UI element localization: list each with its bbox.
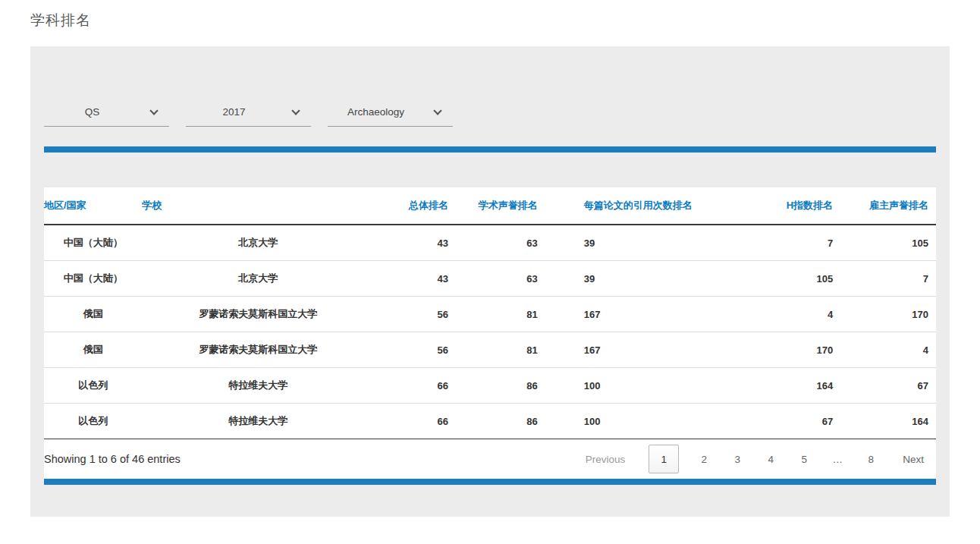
- column-header[interactable]: 学术声誉排名: [454, 187, 570, 225]
- table-cell: 63: [454, 225, 570, 261]
- table-cell: 特拉维夫大学: [142, 368, 374, 404]
- table-cell: 81: [454, 297, 570, 332]
- table-cell: 66: [374, 368, 454, 404]
- table-cell: 81: [454, 332, 570, 368]
- table-cell: 167: [570, 332, 784, 368]
- rankings-panel: QS 2017 Archaeology 地区/国家学校总体排名学术声誉排名每篇: [30, 46, 950, 517]
- pagination-page-1[interactable]: 1: [649, 445, 679, 473]
- table-cell: 86: [454, 368, 570, 404]
- table-cell: 170: [856, 297, 936, 332]
- table-cell: 7: [784, 225, 856, 261]
- column-header[interactable]: 学校: [142, 187, 374, 225]
- page: 学科排名 QS 2017 Archaeology: [0, 0, 980, 544]
- table-header-row: 地区/国家学校总体排名学术声誉排名每篇论文的引用次数排名H指数排名雇主声誉排名: [44, 187, 936, 225]
- table-cell: 56: [374, 297, 454, 332]
- column-header[interactable]: 每篇论文的引用次数排名: [570, 187, 784, 225]
- table-cell: 39: [570, 225, 784, 261]
- table-cell: 164: [784, 368, 856, 404]
- pagination-page-8[interactable]: 8: [862, 445, 879, 473]
- table-cell: 俄国: [44, 332, 142, 368]
- table-cell: 100: [570, 404, 784, 439]
- table-cell: 7: [856, 261, 936, 297]
- chevron-down-icon: [291, 106, 300, 115]
- table-cell: 105: [856, 225, 936, 261]
- pagination-page-3[interactable]: 3: [729, 445, 746, 473]
- page-title: 学科排名: [30, 11, 950, 30]
- table-cell: 俄国: [44, 297, 142, 332]
- chevron-down-icon: [149, 106, 158, 115]
- table-cell: 中国（大陆）: [44, 261, 142, 297]
- table-cell: 105: [784, 261, 856, 297]
- pagination-page-2[interactable]: 2: [696, 445, 712, 473]
- year-value: 2017: [222, 106, 245, 118]
- table-cell: 67: [856, 368, 936, 404]
- ranking-source-select[interactable]: QS: [44, 98, 169, 127]
- year-select[interactable]: 2017: [186, 98, 311, 127]
- pagination-pages: 12345…8: [640, 445, 887, 473]
- top-divider-bar: [44, 146, 936, 153]
- table-row: 以色列特拉维夫大学668610016467: [44, 368, 936, 404]
- column-header[interactable]: 总体排名: [374, 187, 454, 225]
- table-cell: 以色列: [44, 404, 142, 439]
- ranking-source-value: QS: [85, 106, 100, 118]
- subject-select[interactable]: Archaeology: [328, 98, 453, 127]
- table-row: 中国（大陆）北京大学4363391057: [44, 261, 936, 297]
- pagination-previous[interactable]: Previous: [578, 454, 633, 465]
- pagination-next[interactable]: Next: [895, 454, 931, 465]
- table-container: 地区/国家学校总体排名学术声誉排名每篇论文的引用次数排名H指数排名雇主声誉排名 …: [44, 187, 936, 479]
- chevron-down-icon: [433, 106, 441, 115]
- table-row: 俄国罗蒙诺索夫莫斯科国立大学56811671704: [44, 332, 936, 368]
- table-row: 以色列特拉维夫大学668610067164: [44, 404, 936, 439]
- table-cell: 特拉维夫大学: [142, 404, 374, 439]
- table-cell: 中国（大陆）: [44, 225, 142, 261]
- table-cell: 56: [374, 332, 454, 368]
- filters-row: QS 2017 Archaeology: [44, 98, 936, 127]
- table-cell: 4: [784, 297, 856, 332]
- column-header[interactable]: 地区/国家: [44, 187, 142, 225]
- table-cell: 39: [570, 261, 784, 297]
- table-cell: 63: [454, 261, 570, 297]
- table-footer: Showing 1 to 6 of 46 entries Previous 12…: [44, 439, 936, 479]
- pagination-page-4[interactable]: 4: [762, 445, 779, 473]
- pagination: Previous 12345…8 Next: [578, 445, 931, 473]
- table-cell: 北京大学: [142, 261, 374, 297]
- table-cell: 167: [570, 297, 784, 332]
- table-cell: 170: [784, 332, 856, 368]
- column-header[interactable]: H指数排名: [784, 187, 856, 225]
- entries-info: Showing 1 to 6 of 46 entries: [44, 453, 181, 465]
- table-cell: 100: [570, 368, 784, 404]
- table-cell: 罗蒙诺索夫莫斯科国立大学: [142, 332, 374, 368]
- subject-value: Archaeology: [347, 106, 404, 118]
- column-header[interactable]: 雇主声誉排名: [856, 187, 936, 225]
- table-cell: 罗蒙诺索夫莫斯科国立大学: [142, 297, 374, 332]
- table-cell: 67: [784, 404, 856, 439]
- table-cell: 以色列: [44, 368, 142, 404]
- bottom-divider-bar: [44, 479, 936, 485]
- table-row: 中国（大陆）北京大学4363397105: [44, 225, 936, 261]
- table-row: 俄国罗蒙诺索夫莫斯科国立大学56811674170: [44, 297, 936, 332]
- table-cell: 66: [374, 404, 454, 439]
- rankings-table: 地区/国家学校总体排名学术声誉排名每篇论文的引用次数排名H指数排名雇主声誉排名 …: [44, 187, 936, 439]
- table-cell: 43: [374, 225, 454, 261]
- table-cell: 北京大学: [142, 225, 374, 261]
- table-cell: 86: [454, 404, 570, 439]
- pagination-page-5[interactable]: 5: [796, 445, 812, 473]
- table-cell: 43: [374, 261, 454, 297]
- pagination-ellipsis: …: [829, 445, 846, 473]
- table-cell: 4: [856, 332, 936, 368]
- table-cell: 164: [856, 404, 936, 439]
